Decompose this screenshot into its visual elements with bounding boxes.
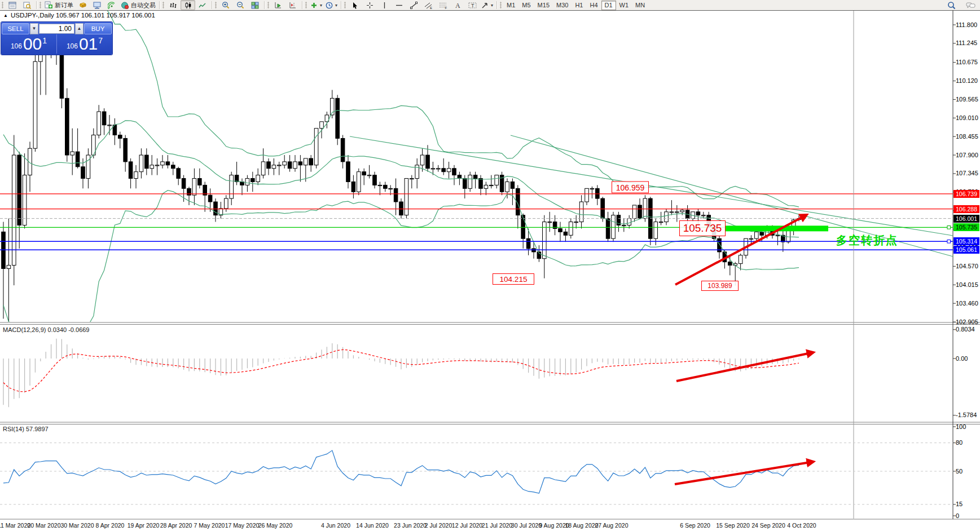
bar-chart-icon[interactable] [166, 0, 181, 10]
auto-scroll-icon[interactable] [271, 0, 285, 10]
equidistant-channel-icon[interactable]: E [421, 0, 436, 10]
text-label-icon[interactable]: T [465, 0, 480, 10]
svg-text:T: T [471, 3, 474, 8]
toolbar-group-handle[interactable] [500, 2, 502, 8]
timeframe-M1[interactable]: M1 [503, 1, 518, 10]
new-order-button[interactable]: 新订单 [43, 0, 75, 10]
line-chart-icon[interactable] [195, 0, 210, 10]
symbol-header: ▲ USDJPY-,Daily 105.967 106.101 105.917 … [3, 12, 155, 19]
one-click-trading-panel: SELL ▼ ▲ BUY 106001 106017 [1, 22, 112, 55]
arrows-icon[interactable]: ▾ [480, 0, 495, 10]
symbol-ohlc-text: USDJPY-,Daily 105.967 106.101 105.917 10… [11, 12, 155, 19]
rsi-line [3, 450, 799, 493]
crosshair-icon[interactable] [362, 0, 377, 10]
toolbar-group-handle[interactable] [215, 2, 217, 8]
bollinger-middle-line [3, 121, 799, 237]
timeframe-D1[interactable]: D1 [601, 1, 616, 10]
toolbar-group-handle[interactable] [162, 2, 164, 8]
tile-windows-icon[interactable] [248, 0, 262, 10]
timeframe-M15[interactable]: M15 [534, 1, 553, 10]
buy-price[interactable]: 106017 [57, 34, 112, 54]
trend-arrow-2[interactable] [676, 352, 814, 381]
svg-text:F: F [445, 6, 447, 9]
svg-text:A: A [455, 2, 460, 9]
timeframe-W1[interactable]: W1 [616, 1, 632, 10]
horizontal-line-icon[interactable] [392, 0, 406, 10]
sell-price[interactable]: 106001 [1, 34, 57, 54]
volume-decrease-button[interactable]: ▼ [30, 23, 38, 34]
toolbar-group-handle[interactable] [2, 2, 3, 8]
toolbar-group-handle[interactable] [344, 2, 346, 8]
chart-window: 111.800111.245110.675110.120109.565109.0… [0, 0, 980, 531]
chat-icon[interactable] [963, 0, 978, 10]
trend-arrow-3[interactable] [675, 462, 814, 484]
sell-button[interactable]: SELL [2, 23, 29, 34]
line-handle[interactable] [947, 226, 951, 229]
collapse-trade-panel-icon[interactable]: ▲ [3, 13, 8, 18]
indicators-icon[interactable]: ▾ [309, 0, 324, 10]
volume-input[interactable] [39, 24, 74, 34]
vertical-line-icon[interactable] [377, 0, 392, 10]
fibonacci-icon[interactable]: F [436, 0, 450, 10]
rsi-indicator-label: RSI(14) 57.9897 [3, 426, 49, 432]
zoom-in-icon[interactable] [218, 0, 233, 10]
zoom-out-icon[interactable] [233, 0, 248, 10]
profiles-icon[interactable] [5, 0, 20, 10]
signals-icon[interactable] [104, 0, 119, 10]
macd-pane [3, 339, 799, 408]
candlestick-chart-icon[interactable] [181, 0, 195, 10]
line-handle[interactable] [947, 240, 951, 243]
volume-increase-button[interactable]: ▲ [75, 23, 84, 34]
timeframe-M5[interactable]: M5 [518, 1, 534, 10]
autotrading-button[interactable]: 自动交易 [119, 0, 157, 10]
svg-text:E: E [430, 6, 432, 9]
macd-indicator-label: MACD(12,26,9) 0.0340 -0.0669 [3, 326, 89, 333]
virtual-hosting-icon[interactable] [90, 0, 104, 10]
bollinger-upper-line [3, 0, 799, 207]
data-window-icon[interactable] [20, 0, 34, 10]
macd-signal-line [3, 349, 799, 392]
candles-series [2, 0, 801, 333]
trendline-2[interactable] [511, 135, 953, 256]
trendline-icon[interactable] [406, 0, 421, 10]
search-icon[interactable] [944, 0, 959, 10]
cursor-icon[interactable] [348, 0, 362, 10]
periods-icon[interactable]: ▾ [324, 0, 339, 10]
chart-shift-icon[interactable] [285, 0, 300, 10]
timeframe-H4[interactable]: H4 [586, 1, 601, 10]
text-icon[interactable]: A [450, 0, 465, 10]
toolbar-group-handle[interactable] [39, 2, 41, 8]
timeframe-H1[interactable]: H1 [572, 1, 586, 10]
metaquotes-market-icon[interactable] [75, 0, 90, 10]
timeframe-M30[interactable]: M30 [553, 1, 572, 10]
timeframe-MN[interactable]: MN [632, 1, 648, 10]
toolbar-group-handle[interactable] [267, 2, 269, 8]
chart-canvas[interactable] [0, 0, 980, 531]
buy-button[interactable]: BUY [84, 23, 112, 34]
toolbar-group-handle[interactable] [305, 2, 307, 8]
toolbar: 新订单自动交易▾▾EFAT▾M1M5M15M30H1H4D1W1MN [0, 0, 980, 10]
